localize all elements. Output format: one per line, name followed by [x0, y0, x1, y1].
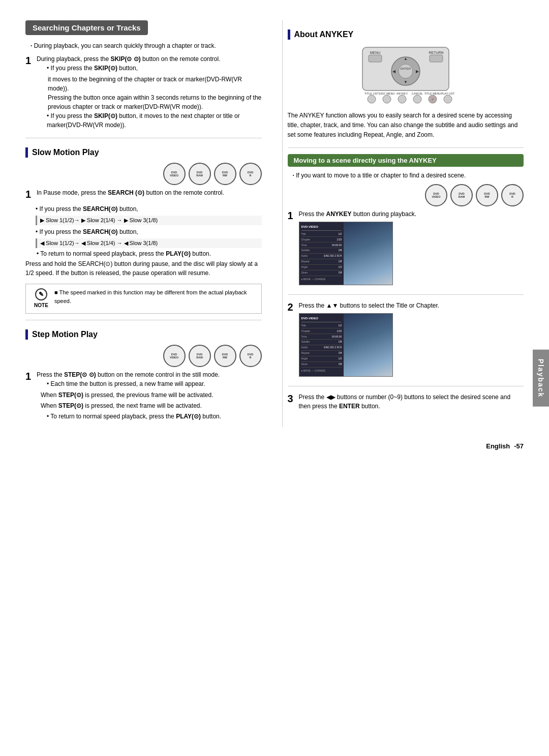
remote-area: MENU RETURN ENTER ▲ ▼ ◀ ▶ TITLE LIST [288, 45, 524, 106]
anykey-scene-banner: Moving to a scene directly using the ANY… [288, 154, 524, 167]
svg-text:ENTER: ENTER [401, 67, 411, 70]
anykey-dvd-rw-icon: DVDRW [476, 184, 498, 206]
anykey-step1-text: Press the ANYKEY button during playback.… [299, 209, 524, 288]
svg-text:TITLE LIST: TITLE LIST [364, 92, 379, 95]
svg-text:▼: ▼ [404, 80, 408, 84]
screen1-bg-img [344, 222, 392, 285]
anykey-screen1-panel: DVD-VIDEO Title1/2 Chapter1/20 Time00:00… [299, 222, 344, 285]
anykey-step1-num: 1 [288, 209, 299, 222]
searching-bullet-bold: During playback, you can search quickly … [25, 42, 262, 49]
search-bwd-bullet: If you press the SEARCH(⊙) button, [25, 227, 262, 236]
note-box: ✎ NOTE ■ The speed marked in this functi… [25, 284, 262, 314]
svg-point-18 [368, 95, 376, 103]
anykey-step2: 2 Press the ▲▼ buttons to select the Tit… [288, 301, 524, 380]
step-bullet2: To return to normal speed playback, pres… [37, 412, 262, 421]
svg-text:DISC MENU: DISC MENU [379, 92, 394, 95]
anykey-step1: 1 Press the ANYKEY button during playbac… [288, 209, 524, 288]
anykey-screen1: DVD-VIDEO Title1/2 Chapter1/20 Time00:00… [299, 222, 393, 285]
svg-text:▶: ▶ [416, 69, 419, 74]
anykey-step3-num: 3 [288, 392, 299, 405]
slow-step1: 1 In Pause mode, press the SEARCH (⊙) bu… [25, 188, 262, 200]
dvd-rw-icon: DVDRW [214, 163, 236, 185]
hold-text: Press and hold the SEARCH(⊙) button duri… [25, 259, 262, 278]
anykey-step3: 3 Press the ◀▶ buttons or number (0~9) b… [288, 392, 524, 411]
anykey-description: The ANYKEY function allows you to easily… [288, 111, 524, 140]
anykey-dvd-icons: DVDVIDEO DVDRAM DVDRW DVDR [288, 184, 524, 206]
note-label: ✎ NOTE [32, 288, 50, 309]
svg-text:✓: ✓ [431, 97, 434, 102]
svg-text:PLAY LIST: PLAY LIST [441, 92, 454, 95]
dvd-ram-icon: DVDRAM [189, 163, 211, 185]
skip-indent1: it moves to the beginning of the chapter… [37, 75, 262, 93]
screen2-bg-img [344, 314, 392, 376]
step1-num: 1 [25, 54, 37, 67]
anykey-dvd-video-icon: DVDVIDEO [425, 184, 447, 206]
divider1 [25, 138, 262, 138]
search-fwd-bullet: If you press the SEARCH(⊙) button, [25, 204, 262, 214]
svg-text:▲: ▲ [404, 56, 408, 61]
svg-point-21 [413, 95, 421, 103]
searching-step1: 1 During playback, press the SKIP(⊙ ⊙) b… [25, 54, 262, 132]
step-step1-text: Press the STEP(⊙ ⊙) button on the remote… [37, 370, 262, 423]
anykey-scene-bullet: If you want to move to a title or chapte… [288, 172, 524, 179]
step-bullet1: Each time the button is pressed, a new f… [37, 379, 262, 388]
screen1-header: DVD-VIDEO [301, 224, 342, 231]
step-dvd-r-icon: DVDR [239, 345, 262, 367]
note-icon: ✎ [35, 288, 47, 300]
svg-point-19 [383, 95, 391, 103]
slow-motion-dvd-icons: DVDVIDEO DVDRAM DVDRW DVDR [25, 163, 262, 185]
skip-bullet1: If you press the SKIP(⊙) button, [37, 64, 262, 73]
step-dvd-ram-icon: DVDRAM [189, 345, 211, 367]
step1-text: During playback, press the SKIP(⊙ ⊙) but… [37, 54, 262, 132]
normal-speed-text: • To return to normal speed playback, pr… [25, 250, 262, 257]
anykey-step2-num: 2 [288, 301, 299, 313]
page-footer: English - 57 [25, 442, 524, 450]
step-dvd-rw-icon: DVDRW [214, 345, 236, 367]
svg-point-6 [399, 64, 413, 78]
dvd-video-icon: DVDVIDEO [163, 163, 186, 185]
backward-seq: ◀ Slow 1(1/2)→ ◀ Slow 2(1/4) → ◀ Slow 3(… [36, 238, 262, 248]
anykey-step3-text: Press the ◀▶ buttons or number (0~9) but… [299, 392, 524, 411]
slow-motion-title: Slow Motion Play [25, 147, 262, 158]
svg-point-23 [444, 95, 452, 103]
anykey-dvd-ram-icon: DVDRAM [450, 184, 473, 206]
right-divider2 [288, 294, 524, 295]
anykey-screen2: DVD-VIDEO Title1/2 Chapter1/20 Time00:00… [299, 313, 393, 377]
right-column: About ANYKEY MENU RETURN ENTER ▲ [282, 20, 524, 427]
screen2-header: DVD-VIDEO [301, 315, 342, 322]
svg-text:◀: ◀ [392, 69, 396, 74]
svg-text:MENU: MENU [370, 51, 380, 54]
slow-step1-text: In Pause mode, press the SEARCH (⊙) butt… [37, 188, 262, 197]
right-divider3 [288, 386, 524, 386]
divider2 [25, 320, 262, 320]
dvd-r-icon: DVDR [239, 163, 262, 185]
step-motion-title: Step Motion Play [25, 329, 262, 340]
anykey-title: About ANYKEY [288, 29, 524, 40]
step-when1: When STEP(⊙) is pressed, the previous fr… [37, 390, 262, 400]
footer-lang: English [486, 442, 510, 450]
remote-svg: MENU RETURN ENTER ▲ ▼ ◀ ▶ TITLE LIST [347, 45, 464, 106]
searching-banner: Searching Chapters or Tracks [25, 20, 148, 35]
step-motion-dvd-icons: DVDVIDEO DVDRAM DVDRW DVDR [25, 345, 262, 367]
step-dvd-video-icon: DVDVIDEO [163, 345, 186, 367]
svg-text:TITLE MENU: TITLE MENU [424, 92, 441, 95]
page-container: Searching Chapters or Tracks During play… [25, 20, 524, 427]
note-text: ■ The speed marked in this function may … [54, 288, 255, 309]
svg-text:RETURN: RETURN [429, 51, 443, 54]
svg-text:CANCEL: CANCEL [412, 92, 423, 95]
skip-indent2: Pressing the button once again within 3 … [37, 93, 262, 111]
skip-bullet2: If you press the SKIP(⊙) button, it move… [37, 111, 262, 130]
slow-step1-num: 1 [25, 188, 37, 200]
anykey-screen2-panel: DVD-VIDEO Title1/2 Chapter1/20 Time00:00… [299, 314, 344, 376]
step-step1: 1 Press the STEP(⊙ ⊙) button on the remo… [25, 370, 262, 423]
footer-page: 57 [516, 442, 524, 450]
forward-seq: ▶ Slow 1(1/2)→ ▶ Slow 2(1/4) → ▶ Slow 3(… [36, 216, 262, 225]
svg-text:ANYKEY: ANYKEY [396, 92, 408, 95]
step-when2: When STEP(⊙) is pressed, the next frame … [37, 401, 262, 410]
playback-sidebar-tab: Playback [533, 349, 549, 407]
svg-rect-3 [369, 55, 382, 62]
step-step1-num: 1 [25, 370, 37, 382]
svg-point-20 [398, 95, 406, 103]
anykey-dvd-r-icon: DVDR [501, 184, 524, 206]
note-text-label: NOTE [34, 301, 48, 309]
